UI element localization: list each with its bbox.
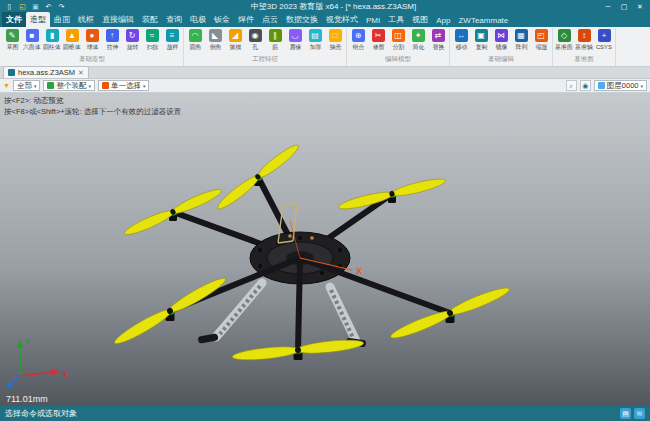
ribbon-button[interactable]: ⊕组合	[348, 28, 368, 54]
ribbon-button[interactable]: ▮圆柱体	[42, 28, 62, 54]
propeller[interactable]	[337, 176, 446, 212]
ribbon-button[interactable]: ✎草图	[2, 28, 22, 54]
ribbon-button[interactable]: ◇基准面	[554, 28, 574, 54]
chevron-down-icon: ▾	[143, 83, 146, 89]
filter-combo[interactable]: 全部 ▾	[13, 80, 41, 91]
ribbon-button[interactable]: ✂修剪	[368, 28, 388, 54]
ribbon-group-label: 编辑模型	[348, 54, 448, 66]
ribbon-button[interactable]: ◣倒角	[205, 28, 225, 54]
menu-tab-1[interactable]: 造型	[26, 12, 50, 27]
ribbon-button[interactable]: ≡放样	[162, 28, 182, 54]
menu-tab-8[interactable]: 钣金	[210, 12, 234, 27]
ribbon-button[interactable]: ▲圆锥体	[62, 28, 82, 54]
ribbon-button[interactable]: □抽壳	[325, 28, 345, 54]
layer-combo[interactable]: 图层0000 ▾	[594, 80, 647, 91]
ribbon-group-label: 基础编辑	[451, 54, 551, 66]
ribbon-button-label: 拔模	[229, 43, 241, 51]
undo-icon[interactable]: ↶	[43, 1, 54, 12]
ribbon-button[interactable]: ▤加厚	[305, 28, 325, 54]
datum-axis-icon: ↕	[578, 29, 591, 42]
revolve-icon: ↻	[126, 29, 139, 42]
triad-z-label: Z	[14, 374, 19, 381]
propeller[interactable]	[389, 284, 512, 342]
ribbon-button[interactable]: ⋈镜像	[491, 28, 511, 54]
ribbon-group: ✎草图■六面体▮圆柱体▲圆锥体●球体↑拉伸↻旋转≈扫掠≡放样基础造型	[1, 28, 184, 66]
menu-tab-2[interactable]: 曲面	[50, 12, 74, 27]
menu-tab-6[interactable]: 查询	[162, 12, 186, 27]
shell-icon: □	[329, 29, 342, 42]
menu-tab-0[interactable]: 文件	[2, 12, 26, 27]
menu-tab-12[interactable]: 视觉样式	[322, 12, 362, 27]
ribbon-button[interactable]: ∥筋	[265, 28, 285, 54]
document-tab[interactable]: hexa.ass.Z3ASM ✕	[3, 66, 89, 78]
chevron-down-icon: ▾	[640, 83, 643, 89]
menu-tab-9[interactable]: 焊件	[234, 12, 258, 27]
ribbon-button[interactable]: ↑拉伸	[102, 28, 122, 54]
ribbon-button[interactable]: ↔移动	[451, 28, 471, 54]
drone-model[interactable]: X	[0, 93, 650, 406]
new-file-icon[interactable]: ▯	[4, 1, 15, 12]
ribbon-button-label: 旋转	[126, 43, 138, 51]
document-tab-label: hexa.ass.Z3ASM	[18, 68, 75, 77]
menu-tab-3[interactable]: 线框	[74, 12, 98, 27]
menu-tab-5[interactable]: 装配	[138, 12, 162, 27]
ribbon-button[interactable]: ◉孔	[245, 28, 265, 54]
menu-tab-11[interactable]: 数据交换	[282, 12, 322, 27]
da-toolbar: ▼ 全部 ▾ 整个装配 ▾ 单一选择 ▾ ⌕ ◉ 图层0000 ▾	[0, 79, 650, 93]
menu-tab-14[interactable]: 工具	[384, 12, 408, 27]
close-icon[interactable]: ✕	[632, 0, 648, 13]
search-icon[interactable]: ⌕	[566, 80, 577, 91]
propeller[interactable]	[123, 186, 224, 238]
ribbon-button[interactable]: ↕基准轴	[574, 28, 594, 54]
lip-icon: ◡	[289, 29, 302, 42]
triad-y-label: Y	[25, 338, 30, 345]
pick-mode-combo[interactable]: 单一选择 ▾	[98, 80, 150, 91]
menu-tab-10[interactable]: 点云	[258, 12, 282, 27]
save-icon[interactable]: ▣	[30, 1, 41, 12]
ribbon-button[interactable]: ▣复制	[471, 28, 491, 54]
ribbon-button[interactable]: +CSYS	[594, 28, 614, 54]
ribbon-button[interactable]: ◡唇缘	[285, 28, 305, 54]
menu-tab-7[interactable]: 电极	[186, 12, 210, 27]
pattern-icon: ▦	[515, 29, 528, 42]
ribbon-button[interactable]: ↻旋转	[122, 28, 142, 54]
window-controls: ─▢✕	[600, 0, 648, 13]
ribbon-button[interactable]: ◰缩放	[531, 28, 551, 54]
ribbon-button[interactable]: ◢拔模	[225, 28, 245, 54]
ribbon-button[interactable]: ●球体	[82, 28, 102, 54]
menu-tab-13[interactable]: PMI	[362, 14, 384, 27]
display-settings-icon[interactable]: ▤	[620, 408, 631, 419]
ribbon-button-label: 拉伸	[106, 43, 118, 51]
message-icon[interactable]: ✉	[634, 408, 645, 419]
minimize-icon[interactable]: ─	[600, 0, 616, 13]
menu-tab-4[interactable]: 直接编辑	[98, 12, 138, 27]
redo-icon[interactable]: ↷	[56, 1, 67, 12]
scope-combo[interactable]: 整个装配 ▾	[43, 80, 95, 91]
menu-tab-15[interactable]: 视图	[408, 12, 432, 27]
ribbon-button-label: CSYS	[596, 43, 612, 49]
open-file-icon[interactable]: ◱	[17, 1, 28, 12]
ribbon-button-label: 镜像	[495, 43, 507, 51]
ribbon-button-label: 缩放	[535, 43, 547, 51]
maximize-icon[interactable]: ▢	[616, 0, 632, 13]
viewport-3d[interactable]: 按<F2>: 动态预览 按<F8>或<Shift>+滚轮: 选择下一个有效的过滤…	[0, 93, 650, 406]
ribbon-button[interactable]: ▦阵列	[511, 28, 531, 54]
view-triad[interactable]: Y X Z	[4, 332, 74, 390]
close-tab-icon[interactable]: ✕	[78, 69, 84, 77]
ribbon-button[interactable]: ⇄替换	[428, 28, 448, 54]
ribbon-button-label: 阵列	[515, 43, 527, 51]
ribbon-button-label: 倒角	[209, 43, 221, 51]
ribbon-button[interactable]: ◠圆角	[185, 28, 205, 54]
ribbon-button[interactable]: ■六面体	[22, 28, 42, 54]
landing-leg	[330, 287, 366, 347]
propeller[interactable]	[215, 142, 302, 213]
ribbon-button[interactable]: ◫分割	[388, 28, 408, 54]
menu-tab-16[interactable]: App	[432, 14, 454, 27]
ribbon-button[interactable]: ✦简化	[408, 28, 428, 54]
menu-tab-17[interactable]: ZWTeammate	[454, 14, 512, 27]
cylinder-icon: ▮	[46, 29, 59, 42]
scope-combo-value: 整个装配	[56, 81, 86, 91]
eye-icon[interactable]: ◉	[580, 80, 591, 91]
hole-icon: ◉	[249, 29, 262, 42]
ribbon-button[interactable]: ≈扫掠	[142, 28, 162, 54]
